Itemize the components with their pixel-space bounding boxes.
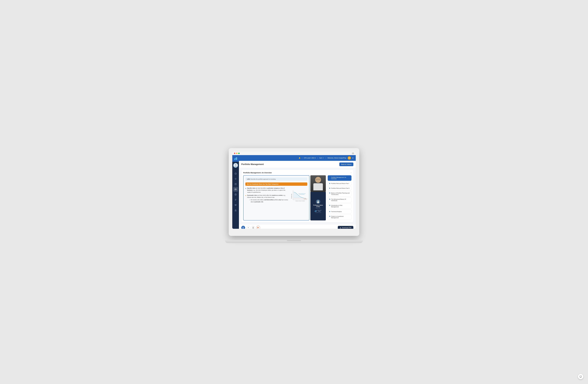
slide-body: ● Specific risks are risks that affect a… bbox=[245, 187, 307, 204]
notes-button[interactable] bbox=[241, 226, 245, 229]
content-area: Portfolio Management: An Overview › LOS: bbox=[239, 168, 356, 224]
presenter-area: Professor James Forjan PhD, CFA bbox=[310, 175, 326, 221]
playlist-item-2[interactable]: Portfolio Risk and Return Part I bbox=[328, 181, 352, 185]
specific-risk-label: Specific risks bbox=[247, 187, 255, 189]
dot-yellow[interactable] bbox=[236, 153, 237, 154]
sidebar-logo[interactable] bbox=[232, 155, 239, 162]
svg-text:by Diversification: by Diversification bbox=[299, 194, 304, 195]
playlist-item-7[interactable]: Technical Analysis bbox=[328, 209, 352, 214]
cart-icon: 🛒 bbox=[322, 157, 324, 159]
user-avatar[interactable]: AP bbox=[348, 156, 351, 160]
svg-rect-27 bbox=[315, 210, 316, 212]
playlist-item-label-3: Portfolio Risk and Return Part II bbox=[331, 187, 350, 189]
top-navigation: 🔔 | CFA Level I 2022 ▾ | Cart 🛒 | Welcom… bbox=[239, 155, 356, 161]
playlist-item-4[interactable]: Basics of Portfolio Planning and Constru… bbox=[328, 191, 352, 197]
bullet-blue-icon: ● bbox=[245, 187, 246, 190]
sidebar-item-dashboard[interactable] bbox=[233, 171, 238, 176]
sub-bullet: • An investor who holds a well-diversifi… bbox=[247, 199, 289, 203]
sidebar-item-achievements[interactable] bbox=[233, 208, 238, 213]
sidebar-item-practice[interactable] bbox=[233, 182, 238, 186]
sidebar-item-videos[interactable] bbox=[233, 187, 238, 192]
chart-area: Portfolio Risk Number of Assets in Portf… bbox=[291, 187, 307, 204]
svg-point-25 bbox=[317, 202, 319, 203]
playlist-dot-4 bbox=[329, 193, 330, 194]
playlist-dot-7 bbox=[329, 211, 330, 212]
back-to-videos-button[interactable]: Back to Videos bbox=[339, 162, 353, 166]
titlebar bbox=[232, 152, 356, 155]
dot-green[interactable] bbox=[238, 153, 240, 154]
main-content: 🔔 | CFA Level I 2022 ▾ | Cart 🛒 | Welcom… bbox=[239, 155, 356, 229]
download-pdf-button[interactable]: Download PDF bbox=[338, 226, 353, 229]
svg-text:Specific Risk Eliminated: Specific Risk Eliminated bbox=[298, 193, 306, 194]
sidebar-navigation bbox=[233, 170, 238, 229]
dot-red[interactable] bbox=[234, 153, 235, 154]
svg-point-4 bbox=[234, 166, 237, 167]
page-header: Portfolio Management Back to Videos bbox=[239, 161, 356, 168]
svg-point-15 bbox=[235, 209, 236, 210]
bullet-systematic-risk: ● Systematic risks are those which affec… bbox=[245, 194, 289, 203]
level-chevron-icon: ▾ bbox=[315, 157, 316, 159]
svg-text:Portfolio Risk: Portfolio Risk bbox=[291, 194, 292, 199]
bookmark-button[interactable] bbox=[251, 226, 255, 229]
playlist-item-1[interactable]: Portfolio Management: An Overview bbox=[328, 175, 352, 181]
playlist-item-label-4: Basics of Portfolio Planning and Constru… bbox=[331, 192, 350, 195]
presenter-title: PhD, CFA bbox=[316, 207, 320, 209]
presenter-avatar bbox=[316, 200, 320, 204]
flag-button[interactable] bbox=[256, 226, 260, 229]
download-label: Download PDF bbox=[342, 227, 352, 228]
playlist-item-label-5: The Behavioral Biases Of Individuals bbox=[331, 199, 350, 201]
playlist-dot-5 bbox=[329, 199, 330, 200]
svg-point-24 bbox=[317, 201, 319, 202]
playlist-item-3[interactable]: Portfolio Risk and Return Part II bbox=[328, 186, 352, 190]
playlist-item-label-6: Introduction to Risk Management bbox=[331, 205, 350, 207]
risk-chart: Portfolio Risk Number of Assets in Portf… bbox=[291, 190, 307, 202]
svg-rect-2 bbox=[236, 157, 237, 160]
playlist-dot-6 bbox=[329, 205, 330, 206]
svg-marker-10 bbox=[235, 189, 236, 190]
playlist-item-6[interactable]: Introduction to Risk Management bbox=[328, 203, 352, 209]
toolbar-left: ? bbox=[241, 226, 260, 229]
playlist-item-label-7: Technical Analysis bbox=[331, 211, 342, 212]
svg-rect-26 bbox=[315, 211, 315, 212]
sidebar bbox=[232, 155, 239, 229]
playlist-dot-active bbox=[329, 177, 330, 178]
sidebar-item-resources[interactable] bbox=[233, 197, 238, 202]
presenter-video bbox=[310, 175, 326, 192]
user-menu-chevron[interactable]: ▾ bbox=[352, 157, 353, 159]
playlist-sidebar: Portfolio Management: An Overview Portfo… bbox=[328, 175, 352, 221]
sidebar-item-courses[interactable] bbox=[233, 203, 238, 207]
bell-icon: 🔔 bbox=[299, 157, 300, 159]
notification-bell[interactable]: 🔔 bbox=[299, 157, 300, 159]
video-section-card: Portfolio Management: An Overview › LOS: bbox=[241, 170, 353, 222]
playlist-dot-2 bbox=[329, 183, 330, 184]
playlist-item-label-1: Portfolio Management: An Overview bbox=[331, 177, 350, 180]
svg-text:Number of Assets in Portfolio: Number of Assets in Portfolio bbox=[295, 201, 305, 201]
sidebar-item-brain[interactable] bbox=[233, 177, 238, 181]
section-header: Portfolio Management: An Overview › bbox=[243, 172, 352, 174]
los-bar: LOS: Describe the portfolio approach to … bbox=[245, 178, 307, 181]
level-selector[interactable]: CFA Level I 2022 ▾ bbox=[304, 157, 316, 159]
section-chevron-icon[interactable]: › bbox=[351, 172, 352, 174]
chat-button[interactable] bbox=[578, 374, 583, 379]
question-button[interactable]: ? bbox=[246, 226, 250, 229]
bullet-specific-risk: ● Specific risks are risks that affect a… bbox=[245, 187, 289, 193]
cart-label: Cart bbox=[319, 157, 322, 159]
playlist-item-5[interactable]: The Behavioral Biases Of Individuals bbox=[328, 197, 352, 203]
hamburger-menu[interactable] bbox=[352, 153, 354, 154]
cart-button[interactable]: Cart 🛒 bbox=[319, 157, 324, 159]
playlist-item-label-8: Fintech in Investment Management bbox=[331, 216, 350, 218]
slide-content-area: LOS: Describe the portfolio approach to … bbox=[243, 175, 309, 221]
playlist-dot-3 bbox=[329, 188, 330, 189]
analyst-prep-logo: ANALYSTPREP AnalystPrep.com bbox=[315, 209, 321, 213]
page-title: Portfolio Management bbox=[241, 163, 264, 166]
svg-rect-0 bbox=[234, 158, 235, 160]
sidebar-item-help[interactable] bbox=[233, 192, 238, 197]
user-welcome: Welcome, Simon AnalystPrep bbox=[327, 157, 346, 159]
svg-text:Systematic Risk: Systematic Risk bbox=[304, 199, 307, 199]
presenter-name: Professor James Forjan bbox=[312, 204, 325, 207]
playlist-item-8[interactable]: Fintech in Investment Management bbox=[328, 214, 352, 220]
analyst-website: AnalystPrep.com bbox=[315, 212, 321, 213]
systematic-risk-label: Systematic risks bbox=[247, 195, 257, 196]
level-label: CFA Level I 2022 bbox=[304, 157, 315, 159]
section-title: Portfolio Management: An Overview bbox=[243, 172, 272, 174]
